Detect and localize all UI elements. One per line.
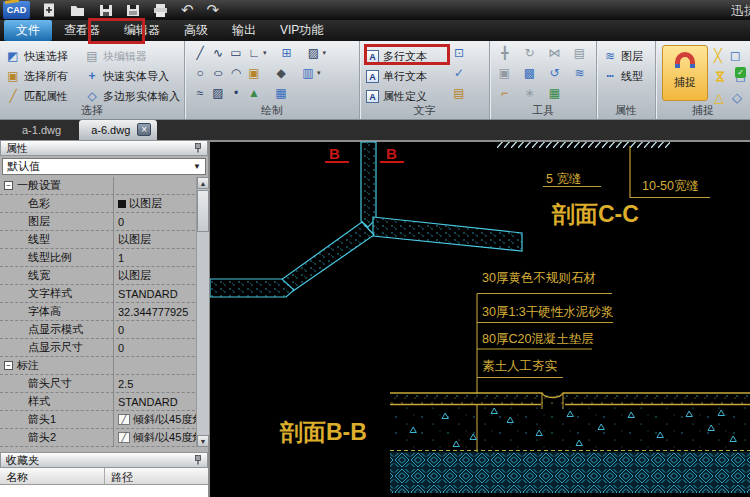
menu-advanced[interactable]: 高级 bbox=[172, 20, 220, 41]
scroll-down-icon[interactable]: ▼ bbox=[197, 435, 209, 447]
scroll-up-icon[interactable]: ▲ bbox=[197, 177, 209, 189]
pin-icon[interactable] bbox=[194, 455, 202, 465]
property-row-lineweight[interactable]: 线宽 以图层 bbox=[0, 267, 210, 285]
property-row-arrow-size[interactable]: 箭头尺寸 2.5 bbox=[0, 375, 210, 393]
group-label-properties: 属性 bbox=[597, 103, 655, 118]
new-file-icon[interactable] bbox=[43, 3, 57, 17]
table-icon[interactable]: ▦ bbox=[274, 86, 288, 100]
rotate-icon[interactable]: ↻ bbox=[521, 46, 538, 60]
app-logo-icon: CAD bbox=[3, 1, 30, 19]
property-row-font-height[interactable]: 字体高 32.344777925 bbox=[0, 303, 210, 321]
spline-icon[interactable]: ∿ bbox=[211, 46, 225, 60]
tab-a6-dwg[interactable]: a-6.dwg × bbox=[79, 120, 157, 140]
rotate-copy-icon[interactable]: ↺ bbox=[546, 66, 563, 80]
annotation-box-editor-menu bbox=[88, 18, 145, 44]
group-label-select: 选择 bbox=[0, 103, 184, 118]
spell-check-icon[interactable]: ✓ bbox=[452, 66, 466, 86]
mirror-icon[interactable]: ⋈ bbox=[546, 46, 563, 60]
revcloud-icon[interactable]: ≈ bbox=[193, 86, 207, 100]
polyline-icon[interactable]: ∟ bbox=[247, 46, 261, 60]
menu-file[interactable]: 文件 bbox=[4, 20, 52, 41]
array-icon[interactable]: ≋ bbox=[571, 66, 588, 80]
move-icon[interactable]: ╋ bbox=[496, 46, 513, 60]
snap-toggle-button[interactable]: ✓ 捕捉 bbox=[662, 45, 708, 101]
rectangle-icon[interactable]: ▭ bbox=[229, 46, 243, 60]
properties-panel: 属性 默认值 ▼ − 一般设置 色彩 以图层 图层 0 线型 以图层 线型比 bbox=[0, 140, 210, 497]
undo-icon[interactable]: ↶ bbox=[181, 0, 194, 20]
wipeout-dropdown-icon[interactable]: ▾ bbox=[323, 49, 327, 57]
translate-icon[interactable]: ⊡ bbox=[452, 46, 466, 66]
section-bb-drawing bbox=[390, 393, 750, 493]
property-row-linetype-scale[interactable]: 线型比例 1 bbox=[0, 249, 210, 267]
single-text-button[interactable]: A 单行文本 bbox=[360, 66, 452, 86]
brush-icon[interactable]: ◆ bbox=[274, 66, 288, 80]
arc-icon[interactable]: ◠ bbox=[229, 66, 243, 80]
pin-icon[interactable] bbox=[194, 143, 202, 153]
menu-vip[interactable]: VIP功能 bbox=[268, 20, 335, 41]
tab-a1-dwg[interactable]: a-1.dwg bbox=[7, 121, 76, 140]
save-icon[interactable] bbox=[99, 4, 113, 17]
property-grid: − 一般设置 色彩 以图层 图层 0 线型 以图层 线型比例 1 线宽 以图层 … bbox=[0, 177, 210, 447]
section-dimension[interactable]: − 标注 bbox=[0, 357, 210, 375]
wipeout-icon[interactable]: ▨ bbox=[307, 46, 321, 60]
layer-button[interactable]: ≋ 图层 bbox=[601, 46, 655, 66]
ground-hatch-strip bbox=[497, 142, 670, 148]
section-general-settings[interactable]: − 一般设置 bbox=[0, 177, 210, 195]
copy-object-icon[interactable]: ▥ bbox=[301, 66, 315, 80]
open-file-icon[interactable] bbox=[70, 4, 86, 17]
quick-select-button[interactable]: ◩ 快速选择 bbox=[4, 46, 83, 66]
property-row-arrow1[interactable]: 箭头1 ╱ 倾斜/以45度角 bbox=[0, 411, 210, 429]
property-row-layer[interactable]: 图层 0 bbox=[0, 213, 210, 231]
paste-icon[interactable]: ▤ bbox=[571, 46, 588, 60]
ellipse-icon[interactable]: ○ bbox=[208, 66, 228, 80]
favorites-list[interactable] bbox=[0, 485, 208, 497]
line-icon[interactable]: ╱ bbox=[193, 46, 207, 60]
block-insert-icon[interactable]: ⊞ bbox=[280, 46, 294, 60]
scrollbar[interactable]: ▲ ▼ bbox=[196, 177, 209, 447]
gap-label-10-50: 10-50宽缝 bbox=[642, 179, 699, 193]
property-row-text-style[interactable]: 文字样式 STANDARD bbox=[0, 285, 210, 303]
menu-output[interactable]: 输出 bbox=[220, 20, 268, 41]
block-table-icon[interactable]: ▦ bbox=[546, 86, 563, 100]
copy-dropdown-icon[interactable]: ▾ bbox=[317, 69, 321, 77]
preset-dropdown[interactable]: 默认值 ▼ bbox=[2, 158, 206, 175]
polyline-dropdown-icon[interactable]: ▾ bbox=[263, 49, 267, 57]
collapse-icon[interactable]: − bbox=[4, 181, 13, 190]
match-properties-icon: ╱ bbox=[6, 89, 20, 103]
block-editor-button[interactable]: ▤ 块编辑器 bbox=[83, 46, 182, 66]
tree-image-icon[interactable]: ▲ bbox=[247, 86, 261, 100]
save-as-icon[interactable] bbox=[126, 4, 140, 17]
snap-node-icon[interactable]: ╳ bbox=[714, 48, 722, 63]
snap-endpoint-icon[interactable]: ◻ bbox=[730, 48, 741, 63]
column-name[interactable]: 名称 bbox=[0, 468, 105, 484]
property-row-point-size[interactable]: 点显示尺寸 0 bbox=[0, 339, 210, 357]
hatch-icon[interactable]: ▨ bbox=[211, 86, 225, 100]
group-label-tools: 工具 bbox=[490, 103, 596, 118]
property-row-point-mode[interactable]: 点显示模式 0 bbox=[0, 321, 210, 339]
column-path[interactable]: 路径 bbox=[105, 468, 133, 484]
collapse-icon[interactable]: − bbox=[4, 361, 13, 370]
quick-entity-import-button[interactable]: + 快速实体导入 bbox=[83, 66, 182, 86]
linetype-button[interactable]: ┅ 线型 bbox=[601, 66, 655, 86]
copy-icon[interactable]: ▩ bbox=[521, 66, 538, 80]
scale-icon[interactable]: ▣ bbox=[496, 66, 513, 80]
layer-label-2: 30厚1:3干硬性水泥砂浆 bbox=[482, 305, 614, 319]
snap-midpoint-icon[interactable]: ⋈ bbox=[713, 70, 728, 83]
circle-icon[interactable]: ○ bbox=[193, 66, 207, 80]
point-icon[interactable]: • bbox=[229, 86, 243, 100]
fillet-icon[interactable]: ⌐ bbox=[496, 86, 513, 100]
property-row-color[interactable]: 色彩 以图层 bbox=[0, 195, 210, 213]
drawing-canvas[interactable]: B B 5 宽缝 10-50宽缝 剖面C-C 30厚黄色不规则石材 30厚1:3… bbox=[210, 140, 750, 497]
redo-icon[interactable]: ↷ bbox=[207, 0, 220, 20]
close-tab-icon[interactable]: × bbox=[137, 123, 151, 136]
explode-icon[interactable]: ∗ bbox=[521, 86, 538, 100]
snap-check-icon: ✓ bbox=[735, 67, 746, 78]
property-row-dim-style[interactable]: 样式 STANDARD bbox=[0, 393, 210, 411]
print-icon[interactable] bbox=[153, 4, 168, 17]
ribbon-group-select: ◩ 快速选择 ▣ 选择所有 ╱ 匹配属性 ▤ 块编辑器 + bbox=[0, 41, 185, 119]
property-row-arrow2[interactable]: 箭头2 ╱ 倾斜/以45度角 bbox=[0, 429, 210, 447]
scroll-thumb[interactable] bbox=[197, 190, 209, 232]
property-row-linetype[interactable]: 线型 以图层 bbox=[0, 231, 210, 249]
image-icon[interactable]: ▣ bbox=[247, 66, 261, 80]
select-all-button[interactable]: ▣ 选择所有 bbox=[4, 66, 83, 86]
